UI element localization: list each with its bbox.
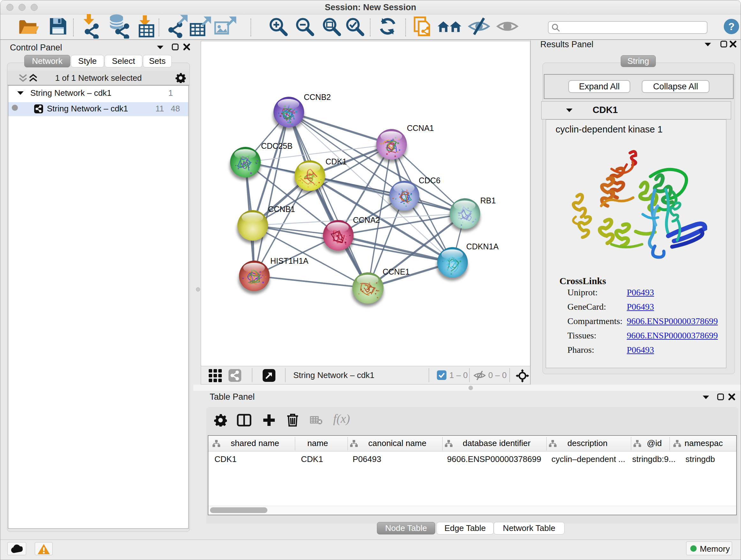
svg-text:CDC6: CDC6: [419, 176, 441, 185]
svg-text:RB1: RB1: [480, 196, 496, 205]
svg-text:?: ?: [728, 21, 735, 32]
svg-text:CCNA2: CCNA2: [353, 215, 380, 225]
svg-text:CDK1: CDK1: [326, 157, 347, 166]
svg-text:CDC25B: CDC25B: [261, 141, 293, 150]
svg-text:CCNA1: CCNA1: [407, 124, 434, 132]
svg-text:CCNB2: CCNB2: [304, 92, 331, 102]
svg-text:HIST1H1A: HIST1H1A: [270, 256, 309, 265]
svg-text:CDKN1A: CDKN1A: [466, 242, 499, 251]
svg-text:CCNE1: CCNE1: [383, 267, 410, 276]
svg-text:CCNB1: CCNB1: [268, 205, 295, 213]
